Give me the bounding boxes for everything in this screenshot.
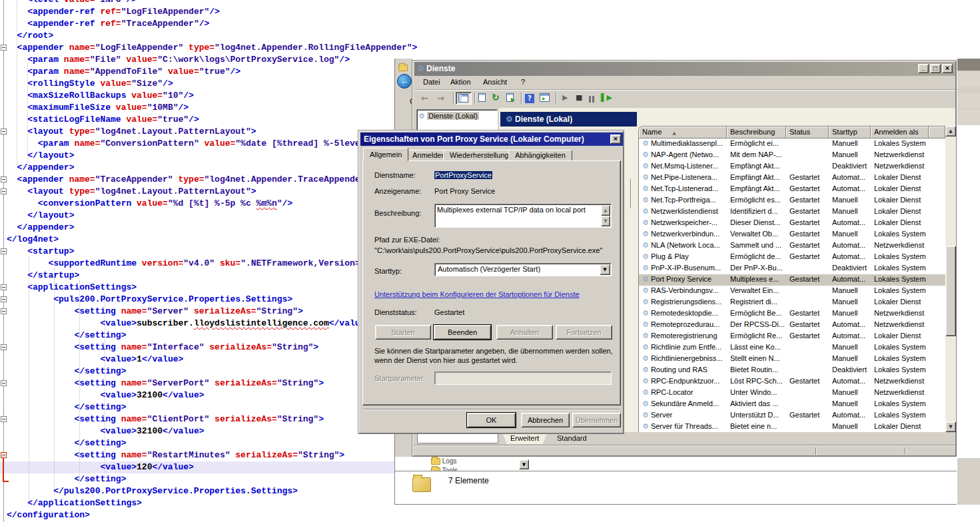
service-row[interactable]: ⚙Netzwerklistendienst Identifiziert d...… xyxy=(639,206,945,218)
starttyp-combobox[interactable]: Automatisch (Verzögerter Start) ▼ xyxy=(434,263,612,276)
explorer-back-button[interactable]: ← xyxy=(397,74,412,89)
folder-list-item[interactable]: Tools xyxy=(431,467,458,471)
service-row[interactable]: ⚙PnP-X-IP-Busenum... Der PnP-X-Bu... Dea… xyxy=(639,263,945,274)
fold-toggle-icon[interactable] xyxy=(1,296,7,302)
uebernehmen-button[interactable]: Übernehmen xyxy=(572,413,621,427)
dialog-titlebar[interactable]: Eigenschaften von Port Proxy Service (Lo… xyxy=(360,132,623,146)
service-row[interactable]: ⚙Server Unterstützt D... Gestartet Autom… xyxy=(639,410,945,421)
service-row[interactable]: ⚙Net.Tcp-Listenerad... Empfängt Akt... G… xyxy=(639,184,945,195)
close-button[interactable]: × xyxy=(942,64,953,73)
desc-scroll-down-icon[interactable]: ▼ xyxy=(601,216,610,226)
help-icon[interactable]: ? xyxy=(525,93,534,103)
fold-toggle-icon[interactable] xyxy=(1,45,7,51)
service-row[interactable]: ⚙Routing und RAS Bietet Routin... Deakti… xyxy=(639,365,945,376)
scrollbar-thumb[interactable] xyxy=(945,246,956,336)
fortsetzen-button[interactable]: Fortsetzen xyxy=(556,325,612,340)
tree-item-dienste-lokal[interactable]: ⚙ Dienste (Lokal) xyxy=(418,112,479,121)
startoptions-help-link[interactable]: Unterstützung beim Konfigurieren der Sta… xyxy=(374,290,580,298)
fold-toggle-icon[interactable] xyxy=(1,284,7,290)
column-header-beschreibung[interactable]: Beschreibung xyxy=(727,127,786,138)
column-header-status[interactable]: Status xyxy=(786,127,829,138)
column-header-name[interactable]: Name▲ xyxy=(639,127,727,138)
beschreibung-textbox[interactable]: Multiplexes external TCP/IP data on loca… xyxy=(434,204,612,228)
service-row[interactable]: ⚙NAP-Agent (Netwo... Mit dem NAP-... Man… xyxy=(639,150,945,161)
combo-arrow-icon[interactable]: ▼ xyxy=(600,264,610,275)
menu-ansicht[interactable]: Ansicht xyxy=(483,78,507,86)
minimize-button[interactable]: _ xyxy=(918,64,929,73)
service-row[interactable]: ⚙NLA (Network Loca... Sammelt und ... Ge… xyxy=(639,240,945,252)
service-gear-icon: ⚙ xyxy=(642,411,649,419)
service-row[interactable]: ⚙Sekundäre Anmeld... Aktiviert das ... M… xyxy=(639,399,945,410)
service-row[interactable]: ⚙Remotedesktopdie... Ermöglicht Be... Ge… xyxy=(639,308,945,320)
properties-icon[interactable] xyxy=(478,93,486,104)
tab-allgemein[interactable]: Allgemein xyxy=(363,148,408,161)
dialog-close-icon[interactable]: × xyxy=(610,134,621,144)
explorer-status-text: 7 Elemente xyxy=(448,476,489,485)
column-header-starttyp[interactable]: Starttyp xyxy=(829,127,871,138)
abbrechen-button[interactable]: Abbrechen xyxy=(521,413,570,427)
beenden-button[interactable]: Beenden xyxy=(434,325,491,340)
folder-icon xyxy=(431,467,440,471)
service-row[interactable]: ⚙Netzwerkverbindun... Verwaltet Ob... Ge… xyxy=(639,229,945,240)
desc-scroll-up-icon[interactable]: ▲ xyxy=(601,205,610,216)
service-row[interactable]: ⚙Registrierungsdiens... Registriert di..… xyxy=(639,297,945,308)
fold-toggle-icon[interactable] xyxy=(1,452,7,458)
tab-standard[interactable]: Standard xyxy=(549,433,595,444)
refresh-icon[interactable]: ↻ xyxy=(492,92,500,103)
service-row[interactable]: ⚙Plug & Play Ermöglicht de... Gestartet … xyxy=(639,252,945,263)
service-row[interactable]: ⚙RPC-Locator Unter Windo... Manuell Netz… xyxy=(639,388,945,399)
scroll-down-icon[interactable]: ▼ xyxy=(945,421,956,432)
menu-datei[interactable]: Datei xyxy=(423,78,440,86)
startparameter-input[interactable] xyxy=(434,372,612,385)
gear-icon: ⚙ xyxy=(506,115,513,124)
services-list-scrollbar[interactable]: ▲ ▼ xyxy=(945,126,956,432)
fold-toggle-icon[interactable] xyxy=(1,248,7,254)
service-row[interactable]: ⚙Multimediaklassenpl... Ermöglicht ei...… xyxy=(639,138,945,150)
stop-service-icon[interactable]: ■ xyxy=(576,93,582,102)
maximize-button[interactable]: □ xyxy=(930,64,941,73)
service-row[interactable]: ⚙Remoteregistrierung Ermöglicht Re... Ge… xyxy=(639,331,945,342)
fold-toggle-icon[interactable] xyxy=(1,416,7,422)
combo-dropdown-button[interactable]: ▼ xyxy=(519,459,529,469)
export-list-icon[interactable]: ▶ xyxy=(506,93,514,104)
service-row[interactable]: ⚙Net.Pipe-Listenera... Empfängt Akt... G… xyxy=(639,172,945,184)
selection-folder-icon xyxy=(412,477,431,492)
start-service-icon[interactable]: ▶ xyxy=(562,93,568,102)
service-row[interactable]: ⚙Net.Tcp-Portfreiga... Ermöglicht es... … xyxy=(639,195,945,206)
menu-help[interactable]: ? xyxy=(521,78,525,86)
tab-abhaengigkeiten[interactable]: Abhängigkeiten xyxy=(508,150,572,160)
service-row[interactable]: ⚙Netzwerkspeicher-... Dieser Dienst... G… xyxy=(639,218,945,229)
service-row[interactable]: ⚙Port Proxy Service Multiplexes e... Ges… xyxy=(639,274,945,286)
anhalten-button[interactable]: Anhalten xyxy=(496,325,553,340)
starten-button[interactable]: Starten xyxy=(375,325,431,340)
service-row[interactable]: ⚙Richtlinie zum Entfe... Lässt eine Ko..… xyxy=(639,342,945,354)
tab-wiederherstellung[interactable]: Wiederherstellung xyxy=(443,150,516,160)
service-row[interactable]: ⚙Server für Threads... Bietet eine n... … xyxy=(639,421,945,432)
service-row[interactable]: ⚙Richtlinienergebniss... Stellt einen N.… xyxy=(639,354,945,365)
ok-button[interactable]: OK xyxy=(467,413,516,427)
service-row[interactable]: ⚙RPC-Endpunktzuor... Löst RPC-Sch... Ges… xyxy=(639,376,945,388)
console-tree-toggle-icon[interactable] xyxy=(456,92,472,105)
service-row[interactable]: ⚙RAS-Verbindungsv... Verwaltet Ein... Ma… xyxy=(639,286,945,297)
pause-service-icon[interactable] xyxy=(589,95,594,105)
restart-service-icon[interactable]: ▌▶ xyxy=(601,93,612,102)
fold-toggle-icon[interactable] xyxy=(1,188,7,194)
value-dienstname[interactable]: PortProxyService xyxy=(434,171,492,179)
service-row[interactable]: ⚙Remoteprozedurau... Der RPCSS-Di... Ges… xyxy=(639,320,945,331)
services-titlebar[interactable]: ⚙ Dienste _ □ × xyxy=(414,62,955,76)
services-rows: ⚙Multimediaklassenpl... Ermöglicht ei...… xyxy=(639,138,945,432)
fold-toggle-icon[interactable] xyxy=(1,176,7,182)
service-row[interactable]: ⚙Net.Msmq-Listener... Empfängt Akt... De… xyxy=(639,161,945,172)
back-icon[interactable]: ← xyxy=(421,93,428,103)
fold-toggle-icon[interactable] xyxy=(1,308,7,314)
column-header-anmelden-als[interactable]: Anmelden als xyxy=(871,127,929,138)
tab-erweitert[interactable]: Erweitert xyxy=(502,433,547,444)
scroll-up-icon[interactable]: ▲ xyxy=(945,126,956,136)
folder-list-item[interactable]: Logs xyxy=(431,457,456,465)
fold-toggle-icon[interactable] xyxy=(1,129,7,134)
extended-view-icon[interactable] xyxy=(540,93,550,104)
forward-icon[interactable]: → xyxy=(437,93,444,103)
fold-toggle-icon[interactable] xyxy=(1,344,7,350)
fold-toggle-icon[interactable] xyxy=(1,380,7,386)
menu-aktion[interactable]: Aktion xyxy=(450,78,471,86)
